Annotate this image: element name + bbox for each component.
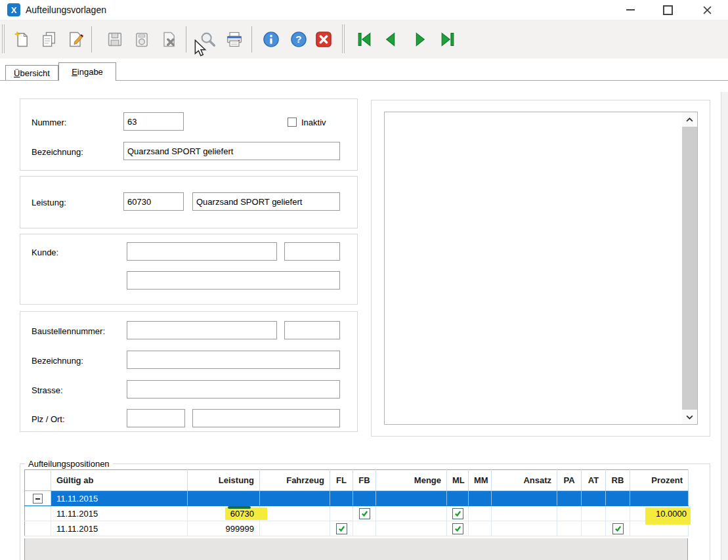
maximize-button[interactable] [653, 0, 683, 20]
toolbar-grip[interactable] [4, 24, 5, 53]
table-row[interactable]: 11.11.2015 60730 10.0000 [25, 506, 689, 521]
header-leistung[interactable]: Leistung [188, 470, 260, 491]
cell-ml[interactable] [447, 521, 469, 536]
cell-rb[interactable] [606, 521, 630, 536]
maximize-icon [663, 5, 673, 15]
tab-eingabe[interactable]: Eingabe [58, 62, 116, 81]
chevron-down-icon [686, 415, 693, 420]
mouse-cursor [194, 39, 207, 58]
header-pa[interactable]: PA [557, 470, 582, 491]
minimize-button[interactable] [615, 0, 645, 20]
checkbox-checked-icon[interactable] [359, 508, 370, 519]
collapse-icon[interactable] [33, 494, 43, 504]
kunde-nr-input[interactable] [127, 242, 277, 261]
strasse-label: Strasse: [32, 385, 63, 395]
help-icon[interactable]: ? [288, 28, 310, 51]
cell-fl[interactable] [330, 521, 353, 536]
bezeichnung2-input[interactable] [127, 351, 340, 369]
header-prozent[interactable]: Prozent [630, 470, 689, 491]
toolbar-separator [186, 26, 186, 53]
toolbar-grip[interactable] [2, 24, 3, 53]
kunde-name-input[interactable] [127, 271, 340, 290]
header-expander[interactable] [25, 470, 51, 491]
bezeichnung2-label: Bezeichnung: [32, 356, 83, 366]
window-edge-strip [721, 92, 728, 560]
new-document-icon[interactable] [11, 28, 33, 51]
cell-leistung[interactable]: 60730 [188, 506, 260, 521]
cell-prozent[interactable]: 10.0000 [630, 506, 689, 521]
checkbox-checked-icon[interactable] [336, 523, 347, 534]
cell-fb[interactable] [353, 506, 376, 521]
header-menge[interactable]: Menge [376, 470, 447, 491]
plz-input[interactable] [127, 409, 185, 427]
header-ansatz[interactable]: Ansatz [492, 470, 557, 491]
close-button[interactable] [692, 0, 722, 20]
chevron-up-icon [686, 118, 693, 122]
table-empty-area [24, 538, 688, 560]
ort-input[interactable] [192, 409, 340, 427]
leistung-text-input[interactable] [192, 192, 340, 211]
leistung-code-input[interactable] [123, 192, 184, 211]
header-gueltig-ab[interactable]: Gültig ab [51, 470, 188, 491]
kunde-label: Kunde: [32, 248, 58, 257]
header-fl[interactable]: FL [330, 470, 353, 491]
table-row[interactable]: 11.11.2015 999999 [25, 521, 689, 536]
toolbar-grip[interactable] [344, 24, 345, 53]
header-mm[interactable]: MM [469, 470, 492, 491]
checkbox-checked-icon[interactable] [452, 508, 463, 519]
positions-group-label: Aufteilungspositionen [25, 459, 113, 469]
remove-document-icon[interactable] [158, 28, 180, 51]
tab-bar: Übersicht Eingabe [0, 58, 728, 81]
app-icon: X [7, 3, 20, 16]
cell-leistung[interactable]: 999999 [188, 521, 260, 536]
title-bar: X Aufteilungsvorlagen [0, 0, 728, 20]
application-window: X Aufteilungsvorlagen [0, 0, 728, 560]
window-title: Aufteilungsvorlagen [26, 5, 106, 15]
header-fahrzeug[interactable]: Fahrzeug [260, 470, 330, 491]
toolbar-separator [251, 26, 252, 53]
scroll-up-button[interactable] [682, 112, 697, 127]
delete-icon[interactable] [131, 28, 153, 51]
nummer-input[interactable] [123, 112, 184, 131]
nav-first-icon[interactable] [353, 28, 375, 51]
inaktiv-checkbox[interactable] [288, 118, 297, 127]
copy-icon[interactable] [37, 28, 60, 51]
cell-gueltig-ab[interactable]: 11.11.2015 [51, 506, 188, 521]
header-ml[interactable]: ML [447, 470, 469, 491]
toolbar-grip[interactable] [342, 24, 343, 53]
save-icon[interactable] [104, 28, 126, 51]
nav-next-icon[interactable] [409, 28, 431, 51]
nav-previous-icon[interactable] [379, 28, 402, 51]
minimize-icon [626, 9, 635, 11]
baustelle-code-input[interactable] [284, 321, 340, 339]
toolbar-separator [91, 26, 92, 53]
header-rb[interactable]: RB [606, 470, 630, 491]
print-icon[interactable] [223, 28, 246, 51]
svg-text:?: ? [295, 33, 301, 45]
notes-textarea[interactable] [384, 112, 698, 425]
checkbox-checked-icon[interactable] [612, 523, 624, 534]
scroll-down-button[interactable] [682, 410, 697, 424]
notes-scrollbar[interactable] [682, 112, 697, 424]
exit-icon[interactable] [312, 28, 335, 51]
cell-gueltig-ab[interactable]: 11.11.2015 [51, 521, 188, 536]
highlight-prozent: 10.0000 [645, 507, 691, 525]
table-row-group[interactable]: 11.11.2015 [25, 491, 689, 506]
header-at[interactable]: AT [582, 470, 606, 491]
bezeichnung-input[interactable] [123, 142, 340, 160]
table-header-row: Gültig ab Leistung Fahrzeug FL FB Menge … [25, 470, 689, 491]
nav-last-icon[interactable] [437, 28, 459, 51]
checkbox-checked-icon[interactable] [452, 523, 463, 534]
tab-uebersicht[interactable]: Übersicht [5, 65, 58, 81]
strasse-input[interactable] [127, 380, 340, 398]
row-expander-cell[interactable] [25, 491, 51, 506]
bezeichnung-label: Bezeichnung: [32, 147, 83, 157]
baustellennummer-input[interactable] [127, 321, 277, 339]
edit-icon[interactable] [64, 28, 87, 51]
header-fb[interactable]: FB [353, 470, 376, 491]
leistung-label: Leistung: [32, 198, 66, 207]
cell-ml[interactable] [447, 506, 469, 521]
cell-gueltig-ab[interactable]: 11.11.2015 [51, 491, 188, 506]
kunde-code-input[interactable] [284, 242, 340, 261]
info-icon[interactable] [260, 28, 282, 51]
